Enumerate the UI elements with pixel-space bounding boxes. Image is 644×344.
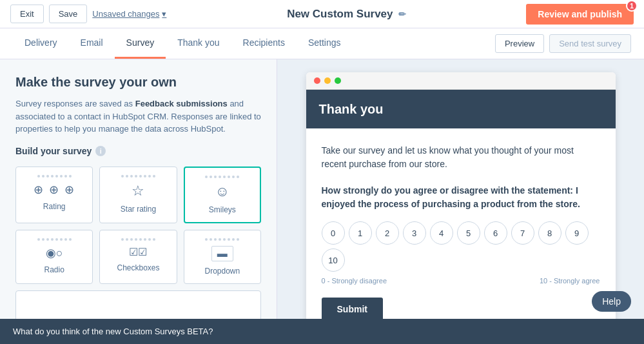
panel-heading: Make the survey your own — [15, 75, 261, 90]
card-smileys-label: Smileys — [209, 205, 236, 214]
nps-label-low: 0 - Strongly disagree — [322, 277, 387, 285]
topbar-left: Exit Save Unsaved changes ▾ — [10, 5, 166, 23]
preview-button[interactable]: Preview — [495, 34, 544, 53]
browser-frame: Thank you Take our survey and let us kno… — [306, 72, 616, 336]
card-dots — [37, 175, 72, 177]
right-panel: Thank you Take our survey and let us kno… — [277, 59, 644, 344]
survey-header-text: Thank you — [319, 102, 384, 117]
nps-labels: 0 - Strongly disagree 10 - Strongly agre… — [322, 277, 600, 285]
card-checkboxes[interactable]: ☑☑ Checkboxes — [99, 230, 177, 284]
nps-btn-7[interactable]: 7 — [511, 221, 534, 245]
chrome-dot-yellow — [324, 77, 331, 84]
send-test-button: Send test survey — [549, 34, 631, 53]
card-star-rating[interactable]: ☆ Star rating — [99, 167, 177, 223]
info-icon[interactable]: i — [95, 146, 106, 156]
survey-title: New Custom Survey ✏ — [287, 8, 405, 21]
nps-btn-2[interactable]: 2 — [376, 221, 399, 245]
card-dropdown[interactable]: ▬ Dropdown — [184, 230, 261, 284]
topbar: Exit Save Unsaved changes ▾ New Custom S… — [0, 0, 644, 28]
nps-btn-9[interactable]: 9 — [565, 221, 589, 245]
unsaved-changes-link[interactable]: Unsaved changes ▾ — [92, 9, 166, 19]
tab-survey[interactable]: Survey — [115, 28, 166, 59]
tab-recipients[interactable]: Recipients — [231, 28, 297, 59]
radio-icon: ◉○ — [46, 246, 63, 260]
submit-button[interactable]: Submit — [322, 298, 383, 321]
nav-tabs-right: Preview Send test survey — [495, 34, 631, 53]
card-star-label: Star rating — [121, 205, 156, 214]
tab-settings[interactable]: Settings — [297, 28, 353, 59]
browser-chrome — [306, 72, 616, 90]
survey-type-grid: ⊕ ⊕ ⊕ Rating ☆ Star rating ☺ Smileys — [15, 167, 261, 284]
card-dots — [37, 238, 72, 241]
edit-title-icon[interactable]: ✏ — [398, 9, 406, 19]
nps-btn-3[interactable]: 3 — [403, 221, 426, 245]
card-dots — [121, 238, 155, 241]
survey-header: Thank you — [306, 90, 616, 128]
card-dots — [205, 176, 239, 178]
card-smileys[interactable]: ☺ Smileys — [184, 167, 261, 223]
nps-btn-8[interactable]: 8 — [538, 221, 561, 245]
card-partial[interactable] — [15, 290, 261, 323]
bottom-banner: What do you think of the new Custom Surv… — [0, 319, 644, 344]
card-checkboxes-label: Checkboxes — [117, 263, 159, 272]
tab-email[interactable]: Email — [69, 28, 115, 59]
smiley-icon: ☺ — [215, 183, 229, 200]
left-panel: Make the survey your own Survey response… — [0, 59, 277, 344]
checkbox-icon: ☑☑ — [129, 246, 147, 258]
chrome-dot-green — [335, 77, 341, 84]
notification-badge: 1 — [626, 0, 638, 12]
card-dropdown-label: Dropdown — [204, 267, 240, 276]
card-radio[interactable]: ◉○ Radio — [15, 230, 93, 284]
topbar-right: Review and publish 1 — [526, 4, 634, 25]
help-button[interactable]: Help — [592, 291, 631, 312]
survey-question: How strongly do you agree or disagree wi… — [322, 184, 600, 211]
card-dots — [121, 175, 155, 177]
nps-btn-0[interactable]: 0 — [322, 221, 345, 245]
nps-btn-1[interactable]: 1 — [349, 221, 372, 245]
bottom-banner-text: What do you think of the new Custom Surv… — [13, 327, 213, 336]
nps-scale: 0 1 2 3 4 5 6 7 8 9 10 — [322, 221, 600, 272]
survey-body: Take our survey and let us know what you… — [306, 128, 616, 336]
rating-icon: ⊕ ⊕ ⊕ — [34, 183, 75, 197]
review-publish-button[interactable]: Review and publish 1 — [526, 4, 634, 25]
card-radio-label: Radio — [44, 265, 64, 274]
nav-tabs: Delivery Email Survey Thank you Recipien… — [0, 28, 644, 59]
nps-btn-4[interactable]: 4 — [430, 221, 453, 245]
nps-btn-10[interactable]: 10 — [322, 248, 345, 272]
nav-tabs-left: Delivery Email Survey Thank you Recipien… — [13, 28, 353, 59]
nps-label-high: 10 - Strongly agree — [540, 277, 600, 285]
nps-btn-6[interactable]: 6 — [484, 221, 507, 245]
tab-thankyou[interactable]: Thank you — [166, 28, 231, 59]
chrome-dot-red — [314, 77, 320, 84]
survey-description: Take our survey and let us know what you… — [322, 144, 600, 171]
card-dots — [205, 238, 239, 241]
dropdown-icon: ▬ — [211, 246, 233, 261]
partial-card-row — [15, 290, 261, 323]
save-button[interactable]: Save — [49, 5, 88, 23]
card-rating[interactable]: ⊕ ⊕ ⊕ Rating — [15, 167, 93, 223]
build-survey-label: Build your survey i — [15, 146, 261, 156]
star-icon: ☆ — [132, 183, 144, 199]
nps-btn-5[interactable]: 5 — [457, 221, 480, 245]
exit-button[interactable]: Exit — [10, 5, 44, 23]
card-rating-label: Rating — [43, 202, 66, 211]
main-layout: Make the survey your own Survey response… — [0, 59, 644, 344]
panel-description: Survey responses are saved as Feedback s… — [15, 97, 261, 136]
tab-delivery[interactable]: Delivery — [13, 28, 69, 59]
